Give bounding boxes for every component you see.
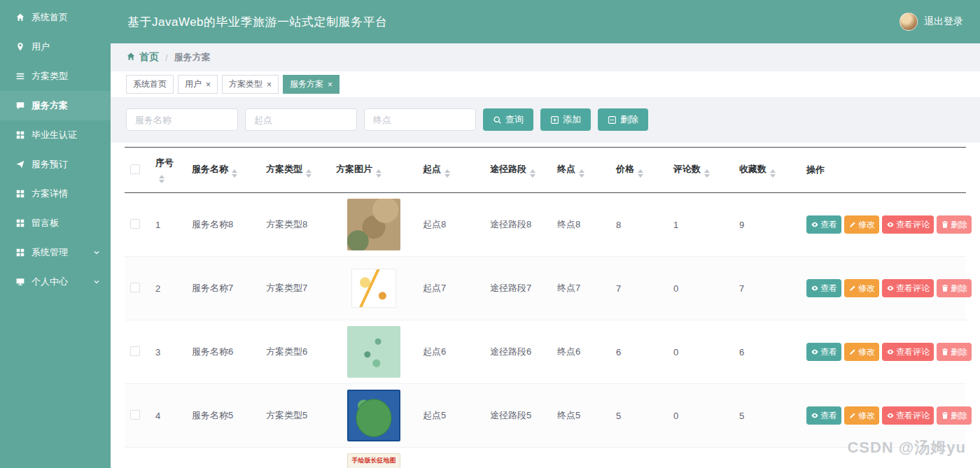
view-comments-button[interactable]: 查看评论 <box>882 406 934 425</box>
sidebar-item-system-manage[interactable]: 系统管理 <box>0 238 111 267</box>
avatar[interactable] <box>899 13 918 31</box>
tag-service-plan[interactable]: 服务方案× <box>283 75 340 94</box>
cell-plan-type: 方案类型7 <box>260 257 330 320</box>
edit-button[interactable]: 修改 <box>844 406 879 425</box>
sidebar-item-graduate-auth[interactable]: 毕业生认证 <box>0 120 111 150</box>
cell-start-point: 起点4 <box>417 448 484 468</box>
grid-icon <box>15 248 25 257</box>
column-header-label: 操作 <box>806 164 825 175</box>
column-header-price[interactable]: 价格 <box>610 148 668 193</box>
column-header-route[interactable]: 途径路段 <box>484 148 552 193</box>
add-button[interactable]: 添加 <box>540 108 591 131</box>
row-select-cell <box>125 193 150 257</box>
column-header-index[interactable]: 序号 <box>150 148 186 193</box>
plan-image[interactable] <box>351 269 396 308</box>
chevron-down-icon <box>92 248 101 257</box>
close-icon[interactable]: × <box>267 80 272 89</box>
table-row: 2服务名称7方案类型7起点7途径路段7终点7707查看修改查看评论删除 <box>125 257 966 320</box>
plan-type-text: 方案类型7 <box>266 283 307 293</box>
sort-icon[interactable] <box>376 169 382 178</box>
sort-icon[interactable] <box>232 169 237 178</box>
delete-selected-button[interactable]: 删除 <box>598 108 648 131</box>
column-header-type[interactable]: 方案类型 <box>260 148 330 193</box>
plan-image[interactable]: 手绘版长征地图 <box>347 453 400 468</box>
cell-favorite-count: 4 <box>734 448 801 468</box>
row-select-cell <box>125 384 150 448</box>
sidebar-item-personal-center[interactable]: 个人中心 <box>0 267 111 297</box>
row-checkbox[interactable] <box>130 219 140 229</box>
cell-plan-image: 手绘版长征地图 <box>330 448 417 468</box>
column-header-start[interactable]: 起点 <box>417 148 484 193</box>
cell-row-index: 3 <box>150 320 186 384</box>
view-button[interactable]: 查看 <box>806 279 841 297</box>
cell-row-index: 5 <box>150 448 186 468</box>
column-header-name[interactable]: 服务名称 <box>186 148 260 193</box>
cell-service-name: 服务名称5 <box>186 384 260 448</box>
column-header-comments[interactable]: 评论数 <box>668 148 734 193</box>
plan-image[interactable] <box>347 390 400 441</box>
column-header-favorites[interactable]: 收藏数 <box>734 148 801 193</box>
start-point-input[interactable] <box>245 108 357 131</box>
sort-icon[interactable] <box>704 169 710 178</box>
table-row: 1服务名称8方案类型8起点8途径路段8终点8819查看修改查看评论删除 <box>125 193 966 257</box>
sort-icon[interactable] <box>306 169 312 178</box>
sort-icon[interactable] <box>770 169 776 178</box>
edit-button[interactable]: 修改 <box>844 215 879 234</box>
plan-image[interactable] <box>347 326 400 378</box>
delete-button[interactable]: 删除 <box>937 215 972 234</box>
view-comments-button[interactable]: 查看评论 <box>882 215 934 234</box>
logout-button[interactable]: 退出登录 <box>924 15 963 28</box>
delete-button[interactable]: 删除 <box>937 343 972 361</box>
select-all-checkbox[interactable] <box>130 164 140 174</box>
sidebar-item-home[interactable]: 系统首页 <box>0 3 111 32</box>
column-header-image[interactable]: 方案图片 <box>330 148 417 193</box>
topbar-user-area: 退出登录 <box>899 13 963 31</box>
favorite-count-text: 7 <box>739 283 744 294</box>
sort-icon[interactable] <box>579 169 584 178</box>
row-checkbox[interactable] <box>130 410 140 420</box>
sidebar-item-label: 毕业生认证 <box>31 129 77 141</box>
sidebar-item-plan-type[interactable]: 方案类型 <box>0 62 111 91</box>
breadcrumb-home[interactable]: 首页 <box>126 51 159 64</box>
cell-price: 4 <box>610 448 668 468</box>
main: 基于JavaWeb的毕业季旅游一站式定制服务平台 退出登录 首页 / 服务方案 … <box>111 0 980 468</box>
tag-home[interactable]: 系统首页 <box>126 75 174 94</box>
column-header-end[interactable]: 终点 <box>552 148 610 193</box>
service-name-input[interactable] <box>126 108 238 131</box>
sort-icon[interactable] <box>444 169 450 178</box>
cell-plan-image <box>330 193 417 257</box>
grid-icon <box>15 130 25 140</box>
delete-button[interactable]: 删除 <box>937 406 972 425</box>
sidebar-item-message-board[interactable]: 留言板 <box>0 208 111 238</box>
sidebar-item-service-plan[interactable]: 服务方案 <box>0 91 111 120</box>
sidebar-item-plan-detail[interactable]: 方案详情 <box>0 179 111 208</box>
view-button[interactable]: 查看 <box>806 406 841 425</box>
tag-plan-type[interactable]: 方案类型× <box>222 75 279 94</box>
close-icon[interactable]: × <box>206 80 211 89</box>
sidebar-item-service-booking[interactable]: 服务预订 <box>0 150 111 179</box>
end-point-input[interactable] <box>364 108 476 131</box>
sort-icon[interactable] <box>530 169 536 178</box>
sidebar-item-user[interactable]: 用户 <box>0 32 111 62</box>
end-point-text: 终点6 <box>557 346 580 357</box>
view-button[interactable]: 查看 <box>806 215 841 234</box>
topbar: 基于JavaWeb的毕业季旅游一站式定制服务平台 退出登录 <box>111 0 980 43</box>
sort-icon[interactable] <box>638 169 643 178</box>
route-section-text: 途径路段5 <box>490 410 531 420</box>
table-row: 3服务名称6方案类型6起点6途径路段6终点6606查看修改查看评论删除 <box>125 320 966 384</box>
view-button[interactable]: 查看 <box>806 343 841 361</box>
plan-image[interactable] <box>347 199 400 250</box>
sidebar-item-label: 系统管理 <box>31 246 68 259</box>
edit-button[interactable]: 修改 <box>844 343 879 361</box>
edit-button[interactable]: 修改 <box>844 279 879 297</box>
row-checkbox[interactable] <box>130 346 140 356</box>
sort-icon[interactable] <box>159 175 164 183</box>
tag-user[interactable]: 用户× <box>178 75 218 94</box>
query-button[interactable]: 查询 <box>483 108 533 131</box>
delete-button[interactable]: 删除 <box>937 279 972 297</box>
view-comments-button[interactable]: 查看评论 <box>882 343 934 361</box>
view-comments-button[interactable]: 查看评论 <box>882 279 934 297</box>
row-checkbox[interactable] <box>130 283 140 292</box>
close-icon[interactable]: × <box>328 80 332 89</box>
route-section-text: 途径路段6 <box>490 346 531 357</box>
